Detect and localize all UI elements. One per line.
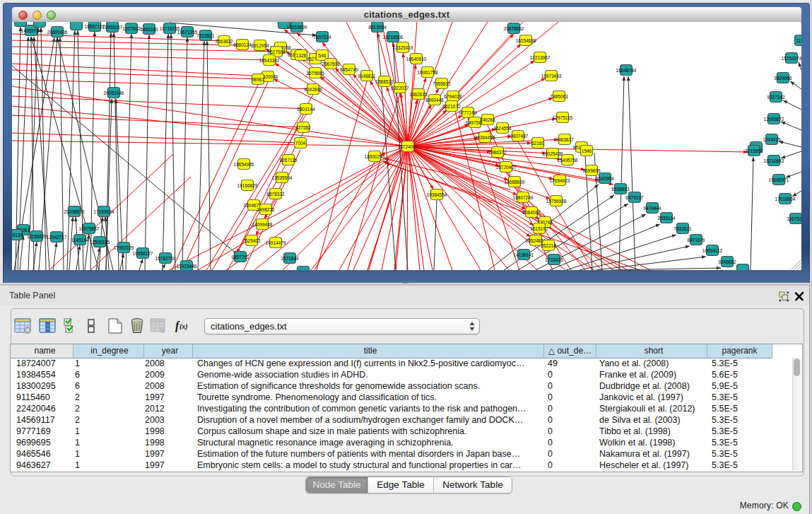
svg-text:9857791: 9857791 (231, 255, 249, 259)
svg-text:9777169: 9777169 (459, 110, 477, 115)
svg-text:5938923: 5938923 (611, 187, 630, 192)
svg-text:14136141: 14136141 (514, 252, 534, 257)
svg-text:8660124: 8660124 (233, 42, 252, 47)
svg-text:427552: 427552 (295, 125, 311, 130)
svg-text:20691406: 20691406 (47, 30, 68, 35)
svg-text:1498222: 1498222 (257, 207, 275, 212)
svg-text:12505135: 12505135 (90, 240, 110, 245)
svg-text:2867608: 2867608 (322, 62, 340, 66)
svg-text:17957225: 17957225 (114, 245, 134, 250)
svg-text:16961758: 16961758 (418, 70, 438, 75)
svg-text:1621072: 1621072 (442, 104, 461, 109)
svg-text:9463627: 9463627 (555, 137, 574, 142)
svg-text:1615192: 1615192 (530, 226, 548, 231)
svg-text:17159924: 17159924 (94, 209, 114, 214)
svg-text:1328: 1328 (296, 53, 307, 58)
svg-text:15692971: 15692971 (769, 177, 789, 182)
svg-text:18640910: 18640910 (406, 57, 427, 62)
svg-text:1244415: 1244415 (763, 137, 781, 142)
svg-text:8471676: 8471676 (687, 238, 705, 243)
svg-text:1167534: 1167534 (787, 216, 801, 221)
svg-text:39139: 39139 (12, 233, 23, 238)
svg-text:1571644: 1571644 (281, 256, 299, 261)
svg-text:19218506: 19218506 (383, 35, 404, 40)
svg-text:17016504: 17016504 (775, 197, 796, 201)
svg-text:9527508: 9527508 (267, 49, 286, 54)
svg-text:20053346: 20053346 (104, 90, 124, 95)
svg-text:17654923: 17654923 (550, 178, 570, 183)
svg-text:16210643: 16210643 (764, 158, 784, 163)
svg-text:10671355: 10671355 (177, 30, 198, 35)
svg-text:9242848: 9242848 (304, 87, 322, 92)
svg-text:6794028: 6794028 (444, 94, 462, 99)
svg-text:10655267: 10655267 (102, 25, 123, 30)
svg-text:2935114: 2935114 (658, 216, 676, 221)
svg-text:14055714: 14055714 (21, 28, 42, 33)
svg-text:16543382: 16543382 (259, 58, 280, 63)
svg-text:8578332: 8578332 (266, 192, 285, 197)
svg-text:746266: 746266 (480, 117, 495, 122)
svg-text:7625402: 7625402 (242, 238, 261, 243)
svg-text:8454749: 8454749 (340, 67, 358, 72)
svg-text:1546: 1546 (582, 148, 592, 153)
svg-text:7515521: 7515521 (196, 33, 215, 38)
svg-text:1640954: 1640954 (596, 176, 614, 181)
svg-text:20206578: 20206578 (64, 209, 85, 214)
svg-text:3215953: 3215953 (745, 148, 763, 153)
svg-text:12213967: 12213967 (530, 55, 551, 60)
svg-text:1145194: 1145194 (71, 238, 89, 243)
svg-text:1733426: 1733426 (545, 257, 563, 262)
svg-text:18807249: 18807249 (513, 195, 534, 200)
svg-text:13535594: 13535594 (272, 175, 293, 180)
svg-text:12923446: 12923446 (177, 264, 197, 269)
svg-text:12093872: 12093872 (764, 117, 784, 122)
svg-text:6479197: 6479197 (625, 195, 644, 200)
svg-text:9699695: 9699695 (582, 168, 601, 173)
svg-text:20878682: 20878682 (504, 26, 524, 31)
svg-text:8990448: 8990448 (425, 98, 444, 103)
svg-text:9329966: 9329966 (774, 76, 792, 81)
svg-text:3624554: 3624554 (493, 126, 512, 131)
svg-text:1527602: 1527602 (122, 26, 141, 31)
svg-text:12942717: 12942717 (47, 235, 67, 240)
svg-text:15495758: 15495758 (558, 158, 578, 163)
svg-text:8813054: 8813054 (368, 25, 387, 30)
svg-text:3675685: 3675685 (306, 71, 324, 76)
svg-text:18300295: 18300295 (365, 154, 385, 159)
svg-text:16782759: 16782759 (155, 256, 176, 261)
svg-text:16053809: 16053809 (287, 25, 307, 30)
svg-text:9227342: 9227342 (767, 95, 785, 100)
svg-text:1362615: 1362615 (409, 92, 428, 97)
svg-text:7004: 7004 (295, 141, 306, 146)
svg-text:(x): (x) (180, 322, 188, 331)
svg-text:10807487: 10807487 (508, 134, 529, 139)
svg-text:8912954: 8912954 (251, 43, 269, 48)
svg-text:6322037: 6322037 (391, 86, 409, 90)
svg-text:13325419: 13325419 (393, 45, 413, 50)
svg-text:1588520: 1588520 (375, 79, 394, 84)
svg-text:6466160: 6466160 (140, 27, 158, 32)
svg-text:9084067: 9084067 (522, 210, 541, 215)
svg-text:62160: 62160 (531, 141, 544, 146)
svg-text:20364456: 20364456 (475, 135, 495, 140)
svg-text:252214: 252214 (541, 243, 556, 248)
svg-text:19654985: 19654985 (234, 162, 254, 167)
svg-text:546: 546 (319, 53, 326, 58)
svg-text:10958127: 10958127 (133, 251, 153, 256)
svg-text:19166829: 19166829 (237, 183, 258, 188)
svg-text:12975115: 12975115 (553, 115, 573, 120)
svg-text:8267115: 8267115 (280, 158, 298, 163)
svg-text:19384554: 19384554 (427, 192, 447, 197)
svg-text:7857224: 7857224 (313, 35, 331, 40)
svg-text:9146821: 9146821 (358, 74, 376, 78)
svg-text:98961: 98961 (252, 77, 264, 82)
svg-text:15756928: 15756928 (546, 199, 567, 204)
svg-text:7955812: 7955812 (433, 81, 451, 86)
svg-text:10975887: 10975887 (79, 226, 100, 231)
svg-text:9474444: 9474444 (643, 206, 661, 211)
svg-text:16648784: 16648784 (616, 68, 637, 73)
svg-text:10973493: 10973493 (541, 74, 562, 78)
svg-text:7986372: 7986372 (488, 150, 507, 155)
svg-text:15751074: 15751074 (782, 56, 801, 61)
svg-text:10025438: 10025438 (543, 151, 563, 156)
